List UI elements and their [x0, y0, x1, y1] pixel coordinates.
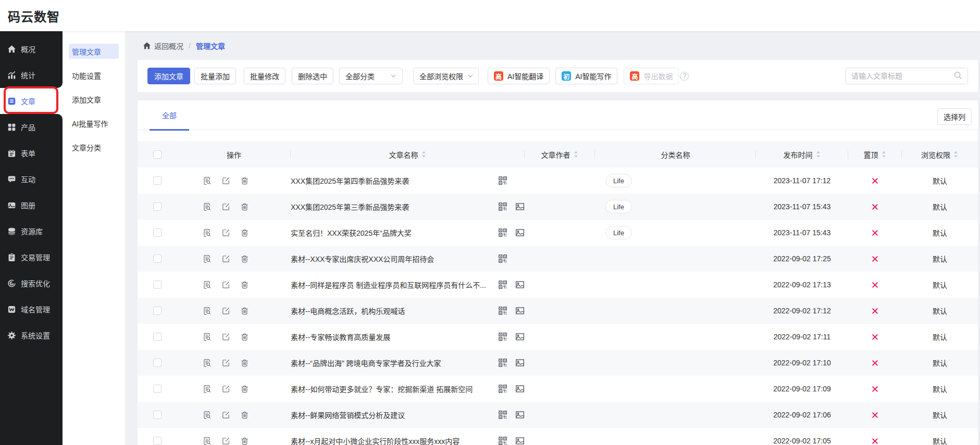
delete-article-icon[interactable] [240, 255, 249, 263]
row-checkbox[interactable] [153, 437, 162, 445]
article-title[interactable]: 素材--电商概念活跃，机构乐观喊话 [291, 306, 490, 316]
sidebar-item-5[interactable]: 互动 [0, 166, 63, 192]
category-tag[interactable]: Life [605, 174, 632, 187]
edit-article-icon[interactable] [221, 359, 230, 367]
edit-article-icon[interactable] [221, 307, 230, 315]
article-title[interactable]: 素材--专家畅谈教育高质量发展 [291, 332, 490, 342]
qr-code-icon[interactable] [498, 384, 507, 393]
permission-filter-select[interactable]: 全部浏览权限 [413, 68, 479, 84]
sidebar-item-11[interactable]: 系统设置 [0, 322, 63, 348]
ai-translate-button[interactable]: 高 AI智能翻译 [488, 68, 550, 84]
row-checkbox[interactable] [153, 228, 162, 237]
article-title[interactable]: XXX集团2025年第三季新品强势来袭 [291, 201, 490, 212]
delete-article-icon[interactable] [240, 228, 249, 237]
export-data-button[interactable]: 高 导出数据 [624, 68, 679, 84]
qr-code-icon[interactable] [498, 332, 507, 341]
delete-article-icon[interactable] [240, 176, 249, 185]
article-title[interactable]: 素材--鲜果网络营销模式分析及建议 [291, 410, 490, 420]
sidebar-item-7[interactable]: 资源库 [0, 218, 63, 244]
article-image-icon[interactable] [515, 306, 525, 315]
preview-article-icon[interactable] [203, 255, 212, 263]
preview-article-icon[interactable] [203, 228, 212, 237]
not-pinned-x-icon[interactable] [872, 308, 878, 314]
preview-article-icon[interactable] [203, 202, 212, 211]
delete-article-icon[interactable] [240, 437, 249, 445]
preview-article-icon[interactable] [203, 359, 212, 367]
article-title[interactable]: 素材--同样是程序员 制造业程序员和互联网程序员有什么不... [291, 279, 490, 290]
row-checkbox[interactable] [153, 307, 162, 315]
batch-add-button[interactable]: 批量添加 [194, 68, 236, 84]
sidebar-item-0[interactable]: 概况 [0, 36, 63, 62]
row-checkbox[interactable] [153, 281, 162, 289]
qr-code-icon[interactable] [498, 254, 507, 263]
category-filter-select[interactable]: 全部分类 [339, 68, 403, 84]
article-title[interactable]: 素材--XXX专家出席庆祝XXX公司周年招待会 [291, 253, 490, 264]
article-image-icon[interactable] [515, 358, 525, 367]
delete-article-icon[interactable] [240, 333, 249, 341]
delete-article-icon[interactable] [240, 411, 249, 419]
sidebar-item-1[interactable]: 统计 [0, 62, 63, 88]
article-title[interactable]: XXX集团2025年第四季新品强势来袭 [291, 175, 490, 186]
not-pinned-x-icon[interactable] [872, 204, 878, 210]
article-image-icon[interactable] [515, 436, 525, 445]
column-header-5[interactable]: 发布时间 [756, 141, 848, 168]
sort-caret-icon[interactable] [815, 151, 821, 158]
article-title[interactable]: 素材--如何带动更多就业？专家：挖掘新渠道 拓展新空间 [291, 384, 490, 394]
row-checkbox[interactable] [153, 359, 162, 367]
not-pinned-x-icon[interactable] [872, 334, 878, 340]
column-picker-button[interactable]: 选择列 [937, 108, 972, 125]
sort-caret-icon[interactable] [881, 151, 887, 158]
row-checkbox[interactable] [153, 255, 162, 263]
article-title[interactable]: 素材--x月起对中小微企业实行阶段性xxx服务xxx内容 [291, 436, 490, 445]
edit-article-icon[interactable] [221, 437, 230, 445]
submenu-item-0[interactable]: 管理文章 [69, 44, 119, 59]
edit-article-icon[interactable] [221, 228, 230, 237]
sidebar-item-2[interactable]: 文章 [0, 88, 63, 114]
delete-article-icon[interactable] [240, 307, 249, 315]
batch-edit-button[interactable]: 批量修改 [244, 68, 286, 84]
not-pinned-x-icon[interactable] [872, 282, 878, 288]
article-title[interactable]: 素材--“品牌出海” 跨境电商专家学者及行业大家 [291, 358, 490, 368]
search-icon[interactable] [953, 71, 962, 81]
preview-article-icon[interactable] [203, 385, 212, 393]
not-pinned-x-icon[interactable] [872, 177, 878, 184]
sidebar-item-10[interactable]: 域名管理 [0, 296, 63, 322]
edit-article-icon[interactable] [221, 255, 230, 263]
submenu-item-1[interactable]: 功能设置 [69, 68, 119, 83]
edit-article-icon[interactable] [221, 281, 230, 289]
sidebar-item-8[interactable]: 交易管理 [0, 244, 63, 270]
not-pinned-x-icon[interactable] [872, 230, 878, 236]
row-checkbox[interactable] [153, 202, 162, 211]
edit-article-icon[interactable] [221, 385, 230, 393]
submenu-item-2[interactable]: 添加文章 [69, 92, 119, 107]
delete-article-icon[interactable] [240, 281, 249, 289]
article-image-icon[interactable] [515, 410, 525, 419]
qr-code-icon[interactable] [498, 306, 507, 315]
article-image-icon[interactable] [515, 384, 525, 393]
category-tag[interactable]: Life [605, 200, 632, 213]
qr-code-icon[interactable] [498, 280, 507, 289]
sort-caret-icon[interactable] [953, 151, 959, 158]
row-checkbox[interactable] [153, 411, 162, 419]
qr-code-icon[interactable] [498, 228, 507, 237]
select-all-checkbox[interactable] [153, 150, 162, 159]
submenu-item-4[interactable]: 文章分类 [69, 139, 119, 155]
column-header-3[interactable]: 文章作者 [525, 141, 595, 168]
article-title[interactable]: 实至名归！XXX荣获2025年“品牌大奖 [291, 227, 490, 238]
not-pinned-x-icon[interactable] [872, 256, 878, 262]
tab-all[interactable]: 全部 [150, 100, 189, 130]
article-image-icon[interactable] [515, 332, 525, 341]
delete-selected-button[interactable]: 删除选中 [292, 68, 333, 84]
qr-code-icon[interactable] [498, 436, 507, 445]
delete-article-icon[interactable] [240, 202, 249, 211]
add-article-button[interactable]: 添加文章 [147, 68, 190, 84]
qr-code-icon[interactable] [498, 410, 507, 419]
article-image-icon[interactable] [515, 280, 525, 289]
breadcrumb-back-link[interactable]: 返回概况 [154, 41, 183, 51]
edit-article-icon[interactable] [221, 333, 230, 341]
sidebar-item-9[interactable]: 搜索优化 [0, 270, 63, 296]
category-tag[interactable]: Life [605, 226, 632, 239]
qr-code-icon[interactable] [498, 202, 507, 211]
not-pinned-x-icon[interactable] [872, 438, 878, 444]
edit-article-icon[interactable] [221, 411, 230, 419]
